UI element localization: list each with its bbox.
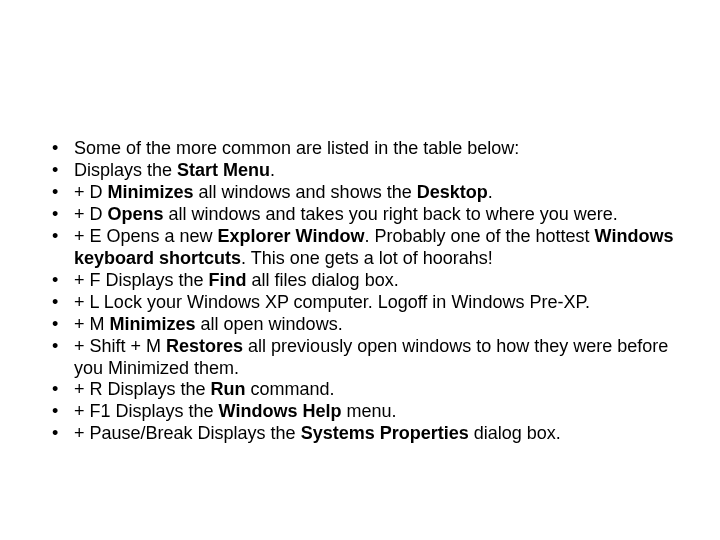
- bullet-item: + L Lock your Windows XP computer. Logof…: [48, 292, 676, 314]
- bullet-item: + Pause/Break Displays the Systems Prope…: [48, 423, 676, 445]
- bullet-item: + F Displays the Find all files dialog b…: [48, 270, 676, 292]
- bullet-item: Some of the more common are listed in th…: [48, 138, 676, 160]
- bullet-list: Some of the more common are listed in th…: [48, 138, 676, 445]
- bullet-item: + D Opens all windows and takes you righ…: [48, 204, 676, 226]
- bullet-item: + D Minimizes all windows and shows the …: [48, 182, 676, 204]
- bullet-item: + Shift + M Restores all previously open…: [48, 336, 676, 380]
- bullet-item: + E Opens a new Explorer Window. Probabl…: [48, 226, 676, 270]
- bullet-item: + M Minimizes all open windows.: [48, 314, 676, 336]
- bullet-item: Displays the Start Menu.: [48, 160, 676, 182]
- bullet-item: + F1 Displays the Windows Help menu.: [48, 401, 676, 423]
- bullet-item: + R Displays the Run command.: [48, 379, 676, 401]
- slide: Some of the more common are listed in th…: [0, 0, 720, 540]
